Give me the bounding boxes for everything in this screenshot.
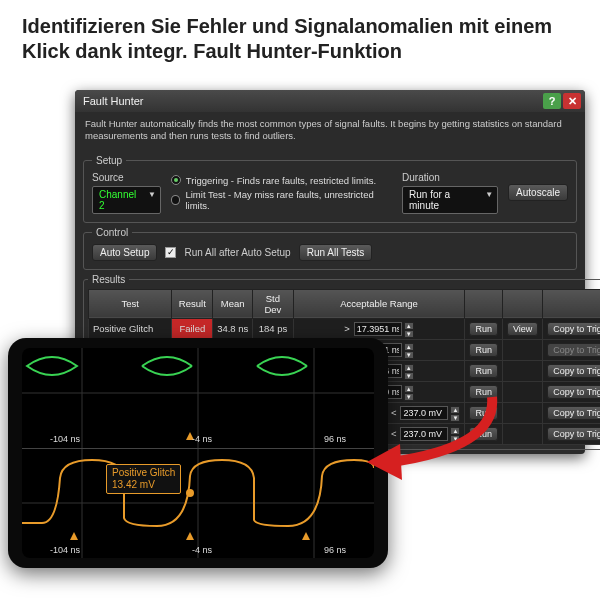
oscilloscope-panel: -104 ns -4 ns 96 ns -104 ns -4 ns 96 ns … — [8, 338, 388, 568]
cell-run: Run — [465, 423, 503, 444]
source-label: Source — [92, 172, 161, 183]
cell-run: Run — [465, 381, 503, 402]
callout-title: Positive Glitch — [112, 467, 175, 479]
cell-copy: Copy to Trig — [543, 339, 600, 360]
results-header: Std Dev — [253, 289, 293, 318]
run-all-after-checkbox[interactable]: ✓ — [165, 247, 176, 258]
results-header — [543, 289, 600, 318]
copy-to-trig-button[interactable]: Copy to Trig — [547, 322, 600, 336]
run-button[interactable]: Run — [469, 427, 498, 441]
radio-triggering[interactable]: Triggering - Finds rare faults, restrict… — [171, 175, 392, 186]
radio-triggering-label: Triggering - Finds rare faults, restrict… — [186, 175, 376, 186]
results-header: Result — [172, 289, 213, 318]
cell-mean: 34.8 ns — [213, 318, 253, 339]
spin-down-icon[interactable]: ▼ — [450, 435, 460, 443]
spin-up-icon[interactable]: ▲ — [450, 406, 460, 414]
results-header: Acceptable Range — [293, 289, 465, 318]
range-input[interactable] — [400, 427, 448, 441]
dialog-description: Fault Hunter automatically finds the mos… — [75, 112, 585, 151]
spin-down-icon[interactable]: ▼ — [404, 351, 414, 359]
results-header: Test — [89, 289, 172, 318]
chevron-down-icon: ▼ — [148, 190, 156, 199]
cell-test: Positive Glitch — [89, 318, 172, 339]
cell-std: 184 ps — [253, 318, 293, 339]
cell-view — [503, 423, 543, 444]
cell-run: Run — [465, 339, 503, 360]
close-button[interactable]: ✕ — [563, 93, 581, 109]
copy-to-trig-button[interactable]: Copy to Trig — [547, 406, 600, 420]
cell-result: Failed — [172, 318, 213, 339]
copy-to-trig-button: Copy to Trig — [547, 343, 600, 357]
spin-up-icon[interactable]: ▲ — [404, 364, 414, 372]
duration-value: Run for a minute — [409, 189, 450, 211]
cell-run: Run — [465, 360, 503, 381]
view-button[interactable]: View — [507, 322, 538, 336]
run-button[interactable]: Run — [469, 364, 498, 378]
run-all-after-label: Run All after Auto Setup — [184, 247, 290, 258]
auto-setup-button[interactable]: Auto Setup — [92, 244, 157, 261]
results-header — [465, 289, 503, 318]
run-button[interactable]: Run — [469, 343, 498, 357]
scope-divider — [22, 448, 374, 449]
source-select[interactable]: Channel 2 ▼ — [92, 186, 161, 214]
help-button[interactable]: ? — [543, 93, 561, 109]
spin-up-icon[interactable]: ▲ — [404, 385, 414, 393]
spin-up-icon[interactable]: ▲ — [450, 427, 460, 435]
source-value: Channel 2 — [99, 189, 136, 211]
copy-to-trig-button[interactable]: Copy to Trig — [547, 364, 600, 378]
run-all-tests-button[interactable]: Run All Tests — [299, 244, 373, 261]
cell-view — [503, 339, 543, 360]
xaxis-tick: -4 ns — [192, 545, 212, 555]
cell-run: Run — [465, 402, 503, 423]
cell-copy: Copy to Trig — [543, 381, 600, 402]
copy-to-trig-button[interactable]: Copy to Trig — [547, 385, 600, 399]
run-button[interactable]: Run — [469, 322, 498, 336]
range-spinner[interactable]: ▲▼ — [400, 427, 460, 441]
radio-limittest[interactable]: Limit Test - May miss rare faults, unres… — [171, 189, 392, 211]
range-input[interactable] — [400, 406, 448, 420]
xaxis-tick: 96 ns — [324, 434, 346, 444]
waveform-svg — [22, 348, 374, 558]
run-button[interactable]: Run — [469, 385, 498, 399]
spin-up-icon[interactable]: ▲ — [404, 322, 414, 330]
setup-section: Setup Source Channel 2 ▼ Triggering - Fi… — [83, 155, 577, 223]
run-button[interactable]: Run — [469, 406, 498, 420]
headline: Identifizieren Sie Fehler und Signalanom… — [22, 14, 578, 64]
control-legend: Control — [92, 227, 132, 238]
setup-legend: Setup — [92, 155, 126, 166]
range-input[interactable] — [354, 322, 402, 336]
titlebar: Fault Hunter ? ✕ — [75, 90, 585, 112]
radio-icon — [171, 175, 181, 185]
copy-to-trig-button[interactable]: Copy to Trig — [547, 427, 600, 441]
cell-copy: Copy to Trig — [543, 360, 600, 381]
spin-down-icon[interactable]: ▼ — [450, 414, 460, 422]
xaxis-bottom: -104 ns -4 ns 96 ns — [22, 545, 374, 555]
spin-up-icon[interactable]: ▲ — [404, 343, 414, 351]
glitch-callout: Positive Glitch 13.42 mV — [106, 464, 181, 494]
cell-copy: Copy to Trig — [543, 423, 600, 444]
cell-view — [503, 360, 543, 381]
results-legend: Results — [88, 274, 129, 285]
results-header: Mean — [213, 289, 253, 318]
spin-down-icon[interactable]: ▼ — [404, 393, 414, 401]
cell-copy: Copy to Trig — [543, 402, 600, 423]
cell-copy: Copy to Trig — [543, 318, 600, 339]
chevron-down-icon: ▼ — [485, 190, 493, 199]
table-row: Positive GlitchFailed34.8 ns184 ps>▲▼Run… — [89, 318, 601, 339]
cell-view: View — [503, 318, 543, 339]
range-spinner[interactable]: ▲▼ — [400, 406, 460, 420]
radio-limittest-label: Limit Test - May miss rare faults, unres… — [185, 189, 392, 211]
radio-icon — [171, 195, 181, 205]
svg-marker-5 — [186, 532, 194, 540]
spin-down-icon[interactable]: ▼ — [404, 330, 414, 338]
cell-view — [503, 381, 543, 402]
autoscale-button[interactable]: Autoscale — [508, 184, 568, 201]
range-spinner[interactable]: ▲▼ — [354, 322, 414, 336]
cell-run: Run — [465, 318, 503, 339]
svg-marker-7 — [302, 532, 310, 540]
duration-select[interactable]: Run for a minute ▼ — [402, 186, 498, 214]
control-section: Control Auto Setup ✓ Run All after Auto … — [83, 227, 577, 270]
cell-view — [503, 402, 543, 423]
spin-down-icon[interactable]: ▼ — [404, 372, 414, 380]
callout-value: 13.42 mV — [112, 479, 175, 491]
